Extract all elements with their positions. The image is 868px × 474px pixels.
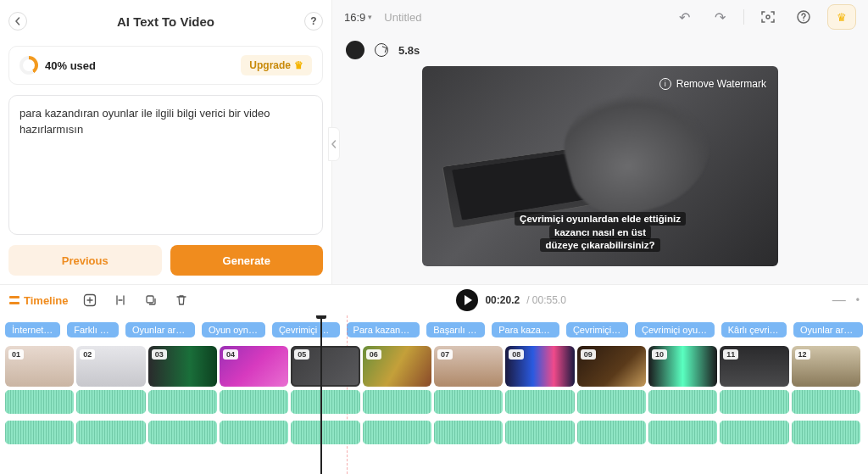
audio-clip[interactable] bbox=[577, 390, 646, 414]
video-clip[interactable]: 01 bbox=[5, 346, 74, 387]
text-clip[interactable]: İnternetten ... bbox=[5, 322, 60, 337]
video-clip[interactable]: 09 bbox=[577, 346, 646, 387]
video-clip[interactable]: 02 bbox=[76, 346, 145, 387]
audio-clip[interactable] bbox=[648, 421, 717, 444]
upgrade-button[interactable]: Upgrade ♛ bbox=[241, 55, 312, 75]
generate-button[interactable]: Generate bbox=[170, 245, 324, 276]
audio-clip[interactable] bbox=[792, 390, 860, 414]
project-title[interactable]: Untitled bbox=[384, 11, 421, 24]
preview-dot-icon bbox=[346, 41, 364, 59]
text-clip[interactable]: Çevrimiçi oyun oyn... bbox=[635, 322, 715, 337]
audio-track bbox=[0, 419, 868, 449]
time-current: 00:20.2 bbox=[485, 294, 520, 306]
video-clip[interactable]: 10 bbox=[648, 346, 717, 387]
audio-clip[interactable] bbox=[148, 390, 217, 414]
clip-number: 02 bbox=[80, 349, 95, 360]
topbar: 16:9 ▾ Untitled ↶ ↷ ♛ bbox=[332, 0, 868, 34]
text-clip[interactable]: Oyunlar aracılığ... bbox=[793, 322, 863, 337]
timeline-tracks[interactable]: İnternetten ...Farklı türd...Oyunlar ara… bbox=[0, 315, 868, 474]
audio-clip[interactable] bbox=[220, 421, 288, 444]
text-clip[interactable]: Para kazandıra... bbox=[492, 322, 559, 337]
svg-point-0 bbox=[766, 15, 770, 19]
redo-button[interactable]: ↷ bbox=[708, 5, 732, 29]
timeline-tab[interactable]: Timeline bbox=[8, 294, 69, 307]
audio-clip[interactable] bbox=[148, 421, 217, 444]
text-clip[interactable]: Kârlı çevrimiçi ... bbox=[721, 322, 787, 337]
clip-number: 01 bbox=[8, 349, 24, 360]
remove-watermark-button[interactable]: i Remove Watermark bbox=[659, 78, 766, 90]
chevron-left-icon bbox=[331, 140, 337, 148]
help-button[interactable] bbox=[792, 5, 815, 29]
audio-clip[interactable] bbox=[505, 421, 574, 444]
split-button[interactable] bbox=[111, 291, 130, 309]
video-clip[interactable]: 04 bbox=[220, 346, 288, 387]
audio-track bbox=[0, 388, 868, 419]
clip-number: 05 bbox=[294, 349, 309, 360]
aspect-ratio-select[interactable]: 16:9 ▾ bbox=[344, 11, 372, 24]
video-clip[interactable]: 07 bbox=[434, 346, 503, 387]
video-track: 010203040506070809101112 bbox=[0, 339, 868, 388]
clip-duration: 5.8s bbox=[398, 44, 420, 57]
playhead[interactable] bbox=[320, 315, 322, 474]
delete-button[interactable] bbox=[172, 291, 191, 309]
audio-clip[interactable] bbox=[76, 390, 145, 414]
usage-box: 40% used Upgrade ♛ bbox=[8, 46, 323, 85]
capture-button[interactable] bbox=[756, 5, 780, 29]
clip-number: 11 bbox=[723, 349, 738, 360]
audio-clip[interactable] bbox=[434, 421, 503, 444]
video-clip[interactable]: 12 bbox=[792, 346, 860, 387]
video-clip[interactable]: 03 bbox=[148, 346, 217, 387]
back-button[interactable] bbox=[8, 12, 27, 31]
copy-button[interactable] bbox=[142, 291, 160, 309]
audio-clip[interactable] bbox=[434, 390, 503, 414]
audio-clip[interactable] bbox=[363, 390, 431, 414]
audio-clip[interactable] bbox=[291, 421, 359, 444]
separator bbox=[743, 9, 744, 25]
video-clip[interactable]: 11 bbox=[720, 346, 788, 387]
chevron-left-icon bbox=[14, 17, 22, 25]
zoom-out-button[interactable]: — bbox=[832, 293, 846, 308]
audio-clip[interactable] bbox=[577, 421, 646, 444]
previous-button[interactable]: Previous bbox=[8, 245, 162, 276]
crown-icon: ♛ bbox=[294, 59, 303, 71]
audio-clip[interactable] bbox=[648, 390, 717, 414]
zoom-value: • bbox=[856, 294, 860, 306]
audio-clip[interactable] bbox=[220, 390, 288, 414]
play-button[interactable] bbox=[456, 289, 478, 311]
audio-clip[interactable] bbox=[76, 421, 145, 444]
ai-text-to-video-panel: AI Text To Video ? 40% used Upgrade ♛ pa… bbox=[0, 0, 332, 284]
trash-icon bbox=[175, 293, 188, 307]
text-clip[interactable]: Çevrimiçi oyunl... bbox=[272, 322, 340, 337]
text-clip[interactable]: Çevrimiçi oyu... bbox=[566, 322, 628, 337]
clip-number: 07 bbox=[437, 349, 453, 360]
preview-panel: 16:9 ▾ Untitled ↶ ↷ ♛ 5.8s bbox=[332, 0, 868, 284]
clip-number: 04 bbox=[223, 349, 238, 360]
text-clip[interactable]: Farklı türd... bbox=[67, 322, 119, 337]
prompt-textarea[interactable]: para kazandıran oyunlar ile ilgili bilgi… bbox=[8, 95, 323, 235]
video-clip[interactable]: 05 bbox=[291, 346, 359, 387]
audio-clip[interactable] bbox=[505, 390, 574, 414]
video-clip[interactable]: 06 bbox=[363, 346, 431, 387]
audio-clip[interactable] bbox=[720, 421, 788, 444]
text-clip[interactable]: Oyunlar aracılığ... bbox=[125, 322, 195, 337]
audio-clip[interactable] bbox=[363, 421, 431, 444]
watermark-label: Remove Watermark bbox=[676, 78, 766, 90]
premium-button[interactable]: ♛ bbox=[827, 4, 856, 30]
timeline-icon bbox=[8, 294, 20, 306]
audio-clip[interactable] bbox=[291, 390, 359, 414]
audio-clip[interactable] bbox=[720, 390, 788, 414]
video-clip[interactable]: 08 bbox=[505, 346, 574, 387]
text-clip[interactable]: Oyun oynama... bbox=[202, 322, 265, 337]
audio-clip[interactable] bbox=[5, 390, 74, 414]
help-button[interactable]: ? bbox=[304, 12, 323, 31]
undo-button[interactable]: ↶ bbox=[672, 5, 696, 29]
clock-icon bbox=[375, 43, 388, 57]
audio-clip[interactable] bbox=[5, 421, 74, 444]
add-button[interactable] bbox=[81, 291, 99, 309]
text-clip[interactable]: Başarılı çevr... bbox=[426, 322, 485, 337]
audio-clip[interactable] bbox=[792, 421, 860, 444]
video-preview[interactable]: i Remove Watermark Çevrimiçi oyunlardan … bbox=[422, 66, 778, 266]
text-clip[interactable]: Para kazandıran ... bbox=[347, 322, 420, 337]
usage-ring-icon bbox=[19, 56, 38, 75]
collapse-panel-button[interactable] bbox=[328, 127, 340, 161]
